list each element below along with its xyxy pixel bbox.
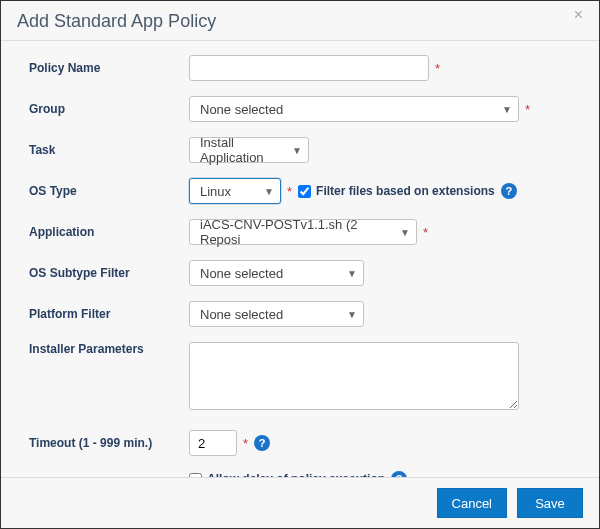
row-task: Task Install Application ▼ — [29, 137, 579, 163]
field-timeout: * ? — [189, 430, 579, 456]
policy-name-input[interactable] — [189, 55, 429, 81]
row-application: Application iACS-CNV-POSTv1.1.sh (2 Repo… — [29, 219, 579, 245]
row-platform: Platform Filter None selected ▼ — [29, 301, 579, 327]
row-timeout: Timeout (1 - 999 min.) * ? — [29, 430, 579, 456]
required-mark: * — [423, 225, 428, 240]
label-platform: Platform Filter — [29, 307, 189, 321]
row-group: Group None selected ▼ * — [29, 96, 579, 122]
field-group: None selected ▼ * — [189, 96, 579, 122]
os-subtype-select-value: None selected — [200, 266, 283, 281]
label-group: Group — [29, 102, 189, 116]
filter-files-checkbox[interactable] — [298, 185, 311, 198]
field-installer-params — [189, 342, 579, 410]
modal-header: Add Standard App Policy × — [1, 1, 599, 41]
row-os-subtype: OS Subtype Filter None selected ▼ — [29, 260, 579, 286]
required-mark: * — [525, 102, 530, 117]
filter-files-label: Filter files based on extensions — [316, 184, 495, 198]
timeout-input[interactable] — [189, 430, 237, 456]
label-os-type: OS Type — [29, 184, 189, 198]
modal-add-standard-app-policy: Add Standard App Policy × Policy Name * … — [0, 0, 600, 529]
modal-footer: Cancel Save — [1, 477, 599, 528]
label-timeout: Timeout (1 - 999 min.) — [29, 436, 189, 450]
os-subtype-select[interactable]: None selected ▼ — [189, 260, 364, 286]
label-task: Task — [29, 143, 189, 157]
filter-files-wrapper: Filter files based on extensions — [298, 184, 495, 198]
label-installer-params: Installer Parameters — [29, 342, 189, 356]
modal-body: Policy Name * Group None selected ▼ * Ta… — [1, 41, 599, 477]
platform-select[interactable]: None selected ▼ — [189, 301, 364, 327]
label-os-subtype: OS Subtype Filter — [29, 266, 189, 280]
task-select[interactable]: Install Application ▼ — [189, 137, 309, 163]
row-policy-name: Policy Name * — [29, 55, 579, 81]
label-application: Application — [29, 225, 189, 239]
field-task: Install Application ▼ — [189, 137, 579, 163]
caret-down-icon: ▼ — [264, 186, 274, 197]
help-icon[interactable]: ? — [254, 435, 270, 451]
modal-title: Add Standard App Policy — [17, 11, 216, 32]
application-select[interactable]: iACS-CNV-POSTv1.1.sh (2 Reposi ▼ — [189, 219, 417, 245]
group-select[interactable]: None selected ▼ — [189, 96, 519, 122]
caret-down-icon: ▼ — [502, 104, 512, 115]
field-application: iACS-CNV-POSTv1.1.sh (2 Reposi ▼ * — [189, 219, 579, 245]
required-mark: * — [435, 61, 440, 76]
field-os-subtype: None selected ▼ — [189, 260, 579, 286]
field-os-type: Linux ▼ * Filter files based on extensio… — [189, 178, 579, 204]
required-mark: * — [243, 436, 248, 451]
row-installer-params: Installer Parameters — [29, 342, 579, 410]
field-policy-name: * — [189, 55, 579, 81]
save-button[interactable]: Save — [517, 488, 583, 518]
application-select-value: iACS-CNV-POSTv1.1.sh (2 Reposi — [200, 217, 400, 247]
os-type-select[interactable]: Linux ▼ — [189, 178, 281, 204]
caret-down-icon: ▼ — [347, 268, 357, 279]
installer-params-input[interactable] — [189, 342, 519, 410]
caret-down-icon: ▼ — [347, 309, 357, 320]
caret-down-icon: ▼ — [292, 145, 302, 156]
task-select-value: Install Application — [200, 135, 292, 165]
close-icon[interactable]: × — [574, 7, 583, 23]
label-policy-name: Policy Name — [29, 61, 189, 75]
platform-select-value: None selected — [200, 307, 283, 322]
caret-down-icon: ▼ — [400, 227, 410, 238]
cancel-button[interactable]: Cancel — [437, 488, 507, 518]
field-platform: None selected ▼ — [189, 301, 579, 327]
required-mark: * — [287, 184, 292, 199]
group-select-value: None selected — [200, 102, 283, 117]
row-os-type: OS Type Linux ▼ * Filter files based on … — [29, 178, 579, 204]
os-type-select-value: Linux — [200, 184, 231, 199]
help-icon[interactable]: ? — [501, 183, 517, 199]
